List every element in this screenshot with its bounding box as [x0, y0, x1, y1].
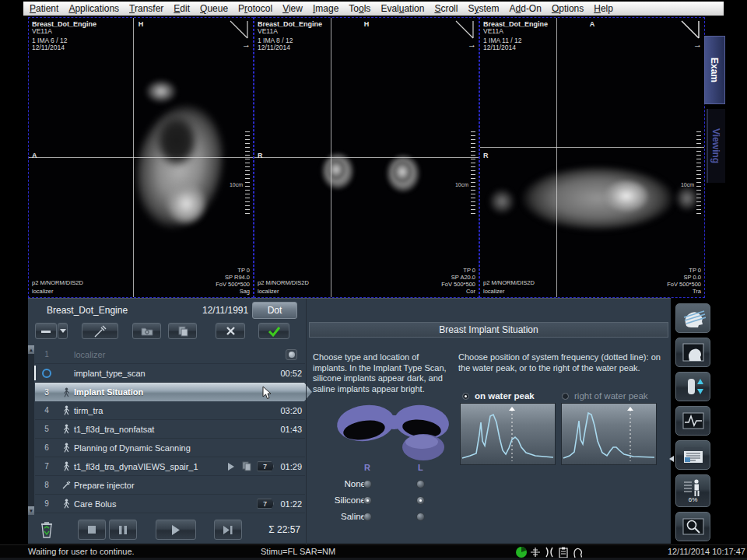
graphic-slice-position-button[interactable] [675, 303, 710, 333]
measurement-count-badge: 7 [257, 461, 274, 471]
viewport-transversal[interactable]: Breast_Dot_Engine VE11A 1 IMA 11 / 12 12… [479, 17, 705, 298]
menu-applications[interactable]: Applications [68, 3, 119, 14]
menu-transfer[interactable]: Transfer [129, 3, 163, 14]
panel-collapse-arrow-icon[interactable] [669, 456, 674, 462]
scroll-down-icon[interactable]: ▼ [28, 506, 34, 515]
tp-value: TP 0 [237, 267, 250, 274]
chevron-down-icon [60, 329, 66, 333]
ruler-ticks [696, 131, 701, 215]
stop-icon [88, 526, 96, 534]
step-icon-slot [35, 369, 58, 378]
step-label: tirm_tra [74, 406, 103, 415]
radio-right-of-water-peak[interactable]: right of water peak [562, 391, 648, 401]
step-row-t1-fl3d-tra-nonfatsat[interactable]: 5 t1_fl3d_tra_nonfatsat 01:43 [35, 420, 305, 439]
sar-level-button[interactable]: 6% [675, 474, 710, 507]
image-params: p2 M/NORM/DIS2D [483, 279, 535, 286]
menu-patient[interactable]: Patient [30, 3, 58, 14]
step-row-tirm-tra[interactable]: 4 tirm_tra 03:20 [35, 401, 305, 420]
tab-exam[interactable]: Exam [704, 36, 725, 104]
confirm-button[interactable] [258, 323, 289, 339]
table-position-button[interactable] [675, 372, 710, 401]
crosshair-vertical[interactable] [556, 18, 557, 297]
pause-button[interactable] [109, 520, 137, 540]
play-button[interactable] [156, 520, 196, 540]
menu-tools[interactable]: Tools [349, 3, 370, 14]
recycle-bin-button[interactable] [35, 520, 58, 540]
scale-label: 10cm [681, 182, 694, 187]
crosshair-horizontal[interactable] [254, 157, 479, 158]
status-message: Waiting for user to continue. [28, 547, 135, 556]
scanning-ring-icon [42, 369, 51, 378]
menu-view[interactable]: View [282, 3, 303, 14]
tp-value: TP 0 [463, 267, 475, 274]
menu-edit[interactable]: Edit [174, 3, 190, 14]
stop-button[interactable] [78, 520, 106, 540]
implant-radio-silicone-left[interactable] [416, 496, 425, 505]
step-row-prepare-injector[interactable]: 8 Prepare injector [35, 476, 305, 495]
menu-addon[interactable]: Add-On [510, 3, 542, 14]
implant-radio-none-left[interactable] [416, 480, 425, 488]
menu-image[interactable]: Image [313, 3, 338, 14]
status-datetime: 12/11/2014 10:17:47 [668, 547, 745, 556]
injector-button[interactable] [82, 323, 118, 339]
dot-button[interactable]: Dot [252, 302, 297, 319]
side-left-label: L [418, 463, 423, 472]
gradient-coil-icon [530, 546, 541, 558]
menu-scroll[interactable]: Scroll [434, 3, 458, 14]
breast-implant-diagram [331, 398, 456, 464]
scroll-up-icon[interactable]: ▲ [28, 345, 34, 354]
copy-button[interactable] [168, 323, 197, 339]
document-icon [682, 445, 705, 465]
menu-system[interactable]: System [468, 3, 499, 14]
implant-radio-none-right[interactable] [363, 480, 372, 488]
menu-evaluation[interactable]: Evaluation [381, 3, 424, 14]
image-viewport-area: Breast_Dot_Engine VE11A 1 IMA 6 / 12 12/… [28, 17, 705, 298]
skip-to-end-button[interactable] [214, 520, 242, 540]
step-number: 7 [35, 462, 58, 471]
protocol-sheet-button[interactable] [675, 440, 710, 470]
crosshair-horizontal[interactable] [480, 147, 704, 148]
cancel-button[interactable] [216, 323, 245, 339]
user-interaction-icon [62, 499, 71, 509]
step-row-implant-type-scan[interactable]: implant_type_scan 00:52 [35, 364, 305, 383]
step-row-implant-situation[interactable]: 3 Implant Situation [35, 383, 312, 401]
implant-radio-saline-left[interactable] [416, 513, 425, 521]
instruction-right: Choose position of system frequency (dot… [458, 352, 665, 373]
image-display-button[interactable] [675, 338, 710, 367]
step-row-planning-dynamic[interactable]: 6 Planning of Dynamic Scanning [35, 439, 305, 457]
scroll-arrow-icon[interactable]: → [693, 40, 702, 49]
scroll-arrow-icon[interactable]: → [242, 40, 251, 49]
step-row-t1-fl3d-tra-dynaviews[interactable]: 7 t1_fl3d_tra_dynaVIEWS_spair_1 7 01:29 [35, 457, 305, 476]
pane-corner-icon[interactable] [681, 20, 700, 39]
tab-viewing[interactable]: Viewing [707, 109, 725, 183]
table-move-dropdown[interactable] [58, 323, 68, 339]
viewport-coronal[interactable]: Breast_Dot_Engine VE11A 1 IMA 8 / 12 12/… [254, 17, 479, 298]
menu-help[interactable]: Help [594, 3, 613, 14]
pane-corner-icon[interactable] [455, 20, 474, 39]
inline-display-button[interactable] [675, 512, 710, 541]
menu-protocol[interactable]: Protocol [238, 3, 272, 14]
physio-signal-button[interactable] [675, 406, 710, 436]
menu-options[interactable]: Options [552, 3, 584, 14]
crosshair-horizontal[interactable] [29, 157, 253, 158]
radio-on-water-peak[interactable]: on water peak [462, 391, 535, 401]
scroll-arrow-icon[interactable]: → [468, 40, 476, 49]
recycle-bin-icon [39, 520, 54, 539]
steps-scrollbar[interactable]: ▲ ▼ [28, 345, 34, 515]
table-move-button[interactable] [35, 323, 57, 339]
play-icon[interactable] [228, 463, 234, 471]
step-row-care-bolus[interactable]: 9 Care Bolus 7 01:22 [35, 495, 305, 513]
pane-software: VE11A [483, 27, 503, 35]
step-label: Implant Situation [74, 387, 143, 397]
mri-dark-region [146, 102, 208, 180]
implant-radio-saline-right[interactable] [363, 513, 372, 521]
viewport-sagittal[interactable]: Breast_Dot_Engine VE11A 1 IMA 6 / 12 12/… [28, 17, 254, 298]
open-folder-button[interactable] [132, 323, 161, 339]
implant-radio-silicone-right[interactable] [363, 496, 372, 505]
user-interaction-icon [62, 405, 71, 415]
pane-corner-icon[interactable] [230, 20, 248, 39]
radio-dot-icon [562, 393, 569, 400]
radio-dot-icon [462, 393, 469, 400]
step-row-localizer[interactable]: 1 localizer [35, 345, 305, 364]
menu-queue[interactable]: Queue [200, 3, 228, 14]
